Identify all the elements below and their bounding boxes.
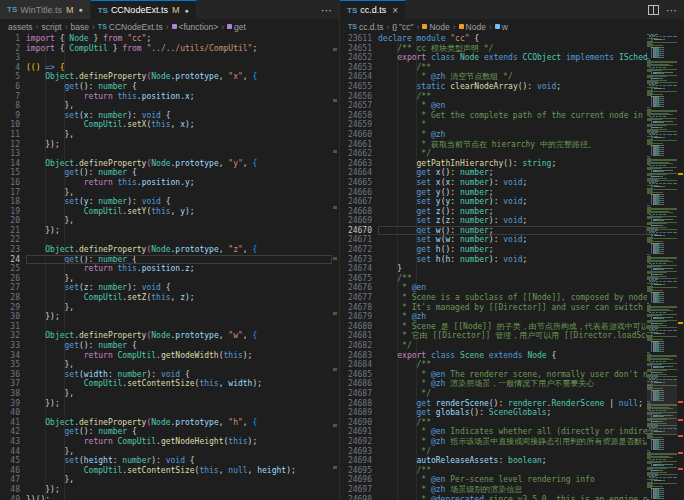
code-line[interactable]: 6 get(): number { xyxy=(0,82,332,92)
line-number[interactable]: 17 xyxy=(0,188,26,198)
code-line[interactable]: 29 }, xyxy=(0,303,332,313)
code-line[interactable]: 14 Object.defineProperty(Node.prototype,… xyxy=(0,159,332,169)
code-line[interactable]: 31 xyxy=(0,322,332,332)
code-line[interactable]: 24671 set w(w: number): void; xyxy=(340,235,647,245)
line-number[interactable]: 24695 xyxy=(340,466,378,476)
line-number[interactable]: 6 xyxy=(0,82,26,92)
line-number[interactable]: 27 xyxy=(0,283,26,293)
code-line[interactable]: 38 }, xyxy=(0,389,332,399)
line-number[interactable]: 46 xyxy=(0,466,26,476)
dirty-indicator-icon[interactable]: ● xyxy=(184,7,188,14)
line-number[interactable]: 42 xyxy=(0,427,26,437)
line-number[interactable]: 29 xyxy=(0,303,26,313)
minimap-slider[interactable] xyxy=(647,379,677,434)
tab-wintitle-ts[interactable]: TSWinTitle.tsM● xyxy=(0,0,91,19)
code-line[interactable]: 24663 getPathInHierarchy(): string; xyxy=(340,159,647,169)
code-line[interactable]: 24659 * xyxy=(340,120,647,130)
line-number[interactable]: 21 xyxy=(0,226,26,236)
code-line[interactable]: 5 Object.defineProperty(Node.prototype, … xyxy=(0,72,332,82)
line-number[interactable]: 24676 xyxy=(340,283,378,293)
line-number[interactable]: 24668 xyxy=(340,207,378,217)
code-line[interactable]: 46 CompUtil.setContentSize(this, null, h… xyxy=(0,466,332,476)
code-line[interactable]: 7 return this.position.x; xyxy=(0,92,332,102)
line-number[interactable]: 24661 xyxy=(340,140,378,150)
code-line[interactable]: 49})(); xyxy=(0,495,332,500)
code-line-current[interactable]: 24 get(): number { xyxy=(0,255,332,265)
line-number[interactable]: 24675 xyxy=(340,274,378,284)
line-number[interactable]: 24682 xyxy=(340,341,378,351)
line-number[interactable]: 24665 xyxy=(340,178,378,188)
code-line[interactable]: 41 Object.defineProperty(Node.prototype,… xyxy=(0,418,332,428)
code-line[interactable]: 24695 /** xyxy=(340,466,647,476)
code-line[interactable]: 24678 * It's managed by [[Director]] and… xyxy=(340,303,647,313)
code-line[interactable]: 8 }, xyxy=(0,101,332,111)
line-number[interactable]: 24654 xyxy=(340,72,378,82)
code-line[interactable]: 24694 autoReleaseAssets: boolean; xyxy=(340,456,647,466)
code-line[interactable]: 24675 /** xyxy=(340,274,647,284)
line-number[interactable]: 24698 xyxy=(340,495,378,500)
line-number[interactable]: 15 xyxy=(0,168,26,178)
line-number[interactable]: 24696 xyxy=(340,475,378,485)
line-number[interactable]: 24657 xyxy=(340,101,378,111)
code-line[interactable]: 23611declare module "cc" { xyxy=(340,34,647,44)
line-number[interactable]: 2 xyxy=(0,44,26,54)
line-number[interactable]: 12 xyxy=(0,140,26,150)
code-line[interactable]: 24662 */ xyxy=(340,149,647,159)
code-line[interactable]: 1import { Node } from "cc"; xyxy=(0,34,332,44)
line-number[interactable]: 30 xyxy=(0,312,26,322)
code-area-right[interactable]: 23611declare module "cc" {24651 /** cc 模… xyxy=(340,34,647,500)
line-number[interactable]: 24697 xyxy=(340,485,378,495)
line-number[interactable]: 5 xyxy=(0,72,26,82)
breadcrumb-item-w[interactable]: w xyxy=(495,22,508,32)
code-line[interactable]: 24686 * @zh 渲染层场景，一般情况下用户不需要关心 xyxy=(340,379,647,389)
code-line[interactable]: 2import { CompUtil } from "../../utils/C… xyxy=(0,44,332,54)
code-line[interactable]: 24655 static clearNodeArray(): void; xyxy=(340,82,647,92)
close-icon[interactable]: × xyxy=(392,6,398,15)
dirty-indicator-icon[interactable]: ● xyxy=(78,6,82,13)
code-line[interactable]: 23 Object.defineProperty(Node.prototype,… xyxy=(0,245,332,255)
line-number[interactable]: 24674 xyxy=(340,264,378,274)
tab-cc-d-ts[interactable]: TScc.d.ts× xyxy=(340,0,406,19)
line-number[interactable]: 14 xyxy=(0,159,26,169)
line-number[interactable]: 13 xyxy=(0,149,26,159)
line-number[interactable]: 35 xyxy=(0,360,26,370)
line-number[interactable]: 22 xyxy=(0,235,26,245)
code-line[interactable]: 17 }, xyxy=(0,188,332,198)
line-number[interactable]: 24677 xyxy=(340,293,378,303)
code-line[interactable]: 33 get(): number { xyxy=(0,341,332,351)
line-number[interactable]: 24655 xyxy=(340,82,378,92)
line-number[interactable]: 24687 xyxy=(340,389,378,399)
code-line[interactable]: 24661 * 获取当前节点在 hierarchy 中的完整路径。 xyxy=(340,140,647,150)
line-number[interactable]: 24670 xyxy=(340,226,378,236)
breadcrumb-item-get[interactable]: get xyxy=(227,22,246,32)
line-number[interactable]: 24679 xyxy=(340,312,378,322)
line-number[interactable]: 1 xyxy=(0,34,26,44)
line-number[interactable]: 25 xyxy=(0,264,26,274)
line-number[interactable]: 23 xyxy=(0,245,26,255)
line-number[interactable]: 24686 xyxy=(340,379,378,389)
code-line[interactable]: 43 return CompUtil.getNodeHeight(this); xyxy=(0,437,332,447)
code-line[interactable]: 24673 set h(h: number): void; xyxy=(340,255,647,265)
line-number[interactable]: 9 xyxy=(0,111,26,121)
code-line[interactable]: 24668 get z(): number; xyxy=(340,207,647,217)
code-line[interactable]: 32 Object.defineProperty(Node.prototype,… xyxy=(0,331,332,341)
line-number[interactable]: 24671 xyxy=(340,235,378,245)
line-number[interactable]: 24688 xyxy=(340,399,378,409)
code-line[interactable]: 24682 */ xyxy=(340,341,647,351)
line-number[interactable]: 24684 xyxy=(340,360,378,370)
code-line[interactable]: 47 }, xyxy=(0,475,332,485)
code-line[interactable]: 13 xyxy=(0,149,332,159)
code-line[interactable]: 20 }, xyxy=(0,216,332,226)
code-line[interactable]: 34 return CompUtil.getNodeWidth(this); xyxy=(0,351,332,361)
code-line[interactable]: 16 return this.position.y; xyxy=(0,178,332,188)
code-line[interactable]: 26 }, xyxy=(0,274,332,284)
code-line[interactable]: 3 xyxy=(0,53,332,63)
line-number[interactable]: 8 xyxy=(0,101,26,111)
code-line[interactable]: 24681 * 它由 [[Director]] 管理，用户可以用 [[Direc… xyxy=(340,331,647,341)
line-number[interactable]: 24 xyxy=(0,255,26,265)
code-line[interactable]: 11 }, xyxy=(0,130,332,140)
line-number[interactable]: 48 xyxy=(0,485,26,495)
code-line[interactable]: 24680 * Scene 是 [[Node]] 的子类，由节点所构成，代表着游… xyxy=(340,322,647,332)
line-number[interactable]: 33 xyxy=(0,341,26,351)
code-line[interactable]: 18 set(y: number): void { xyxy=(0,197,332,207)
